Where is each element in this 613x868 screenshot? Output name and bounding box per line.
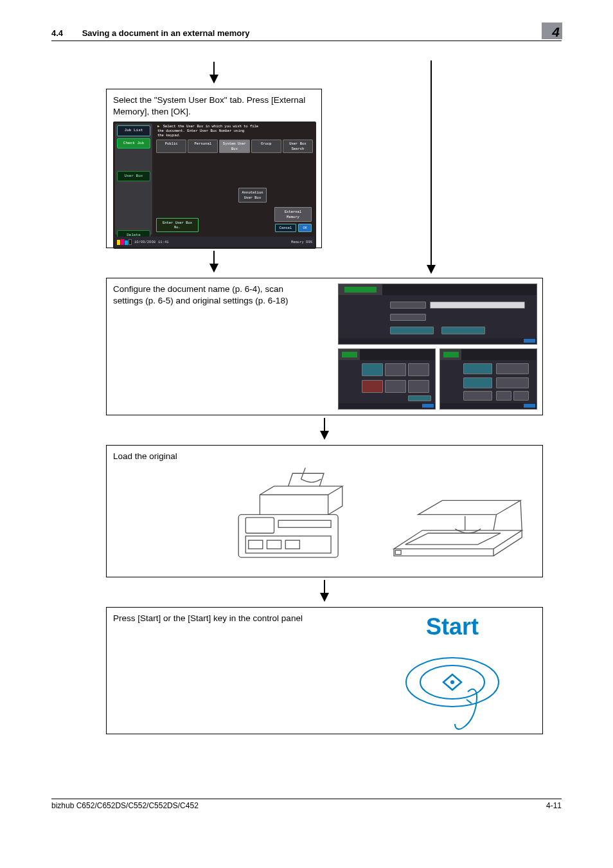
svg-line-22 <box>466 700 472 703</box>
section-title: Saving a document in an external memory <box>82 28 250 38</box>
status-time: 11:41 <box>158 240 169 244</box>
panel-status-bar: 10/09/2008 11:41 Memory 99% <box>115 237 314 247</box>
panel-tab-check-job[interactable]: Check Job <box>117 138 150 149</box>
panel-tab-row: Public Personal System User Box Group Us… <box>155 140 314 153</box>
status-memory: Memory 99% <box>291 240 312 244</box>
toner-levels-icon <box>117 239 132 245</box>
step-text: Select the "System User Box" tab. Press … <box>113 95 315 118</box>
page-footer: bizhub C652/C652DS/C552/C552DS/C452 4-11 <box>51 799 562 811</box>
svg-rect-9 <box>246 518 274 533</box>
step-text: Load the original <box>113 451 536 462</box>
start-diamond-icon <box>401 647 504 730</box>
step-load-original: Load the original <box>106 445 543 577</box>
workflow: Select the "System User Box" tab. Press … <box>106 59 543 734</box>
panel-thumb-original-settings <box>440 348 537 410</box>
panel-tab-search[interactable]: User Box Search <box>283 140 313 153</box>
svg-marker-7 <box>320 431 329 440</box>
panel-ok-button[interactable]: OK <box>298 224 312 232</box>
svg-rect-14 <box>286 540 300 548</box>
flow-arrow <box>106 248 322 278</box>
svg-marker-5 <box>209 264 218 273</box>
step-select-system-user-box: Select the "System User Box" tab. Press … <box>106 89 322 248</box>
page-header: 4.4 Saving a document in an external mem… <box>51 27 562 41</box>
svg-rect-12 <box>249 540 263 548</box>
svg-rect-10 <box>279 520 332 527</box>
arrow-down-icon <box>319 580 330 602</box>
panel-tab-group[interactable]: Group <box>251 140 281 153</box>
svg-marker-3 <box>209 75 218 84</box>
panel-thumb-docname <box>338 284 537 345</box>
chapter-badge: 4 <box>542 23 562 39</box>
panel-cancel-button[interactable]: Cancel <box>275 224 297 232</box>
step-press-start: Press [Start] or the [Start] key in the … <box>106 607 543 734</box>
flow-arrow <box>106 59 322 89</box>
step-configure-document: Configure the document name (p. 6-4), sc… <box>106 278 543 415</box>
step-text: Configure the document name (p. 6-4), sc… <box>113 284 306 307</box>
section-heading: 4.4 Saving a document in an external mem… <box>51 28 250 38</box>
panel-thumbnails <box>338 284 537 410</box>
panel-tab-personal[interactable]: Personal <box>188 140 218 153</box>
arrow-down-icon <box>208 251 220 273</box>
flow-arrow <box>106 415 543 445</box>
start-button-illustration: Start <box>388 611 517 730</box>
panel-tab-system[interactable]: System User Box <box>219 140 249 153</box>
arrow-down-icon <box>319 418 330 440</box>
section-number: 4.4 <box>51 28 63 38</box>
arrow-down-icon <box>208 62 220 84</box>
mfp-with-adf-illustration <box>209 465 368 572</box>
flow-arrow <box>106 577 543 607</box>
flatbed-scanner-illustration <box>379 465 537 572</box>
panel-btn-user-box[interactable]: User Box <box>117 171 150 181</box>
panel-chip-annotation[interactable]: Annotation User Box <box>238 188 267 203</box>
panel-instruction-l3: the keypad. <box>157 133 181 138</box>
scanner-illustrations <box>209 465 537 572</box>
status-date: 10/09/2008 <box>134 240 155 244</box>
start-label: Start <box>388 611 517 643</box>
svg-rect-11 <box>246 536 332 554</box>
svg-rect-15 <box>396 550 402 555</box>
panel-ok-cancel: Cancel OK <box>275 224 312 232</box>
panel-main: Select the User Box in which you wish to… <box>155 123 314 235</box>
panel-chip-enter-box-no[interactable]: Enter User Box No. <box>156 218 199 233</box>
svg-marker-17 <box>320 593 329 602</box>
panel-tab-job-list[interactable]: Job List <box>117 125 150 136</box>
panel-sidebar: Job List Check Job User Box Delete <box>115 123 152 235</box>
svg-rect-13 <box>267 540 281 548</box>
panel-tab-public[interactable]: Public <box>156 140 186 153</box>
svg-point-21 <box>450 680 454 684</box>
panel-instruction: Select the User Box in which you wish to… <box>155 123 314 140</box>
panel-chip-external-memory[interactable]: External Memory <box>274 207 312 222</box>
panel-thumb-scan-settings <box>338 348 436 410</box>
device-panel-screenshot: Job List Check Job User Box Delete Selec… <box>113 122 316 249</box>
page-number: 4-11 <box>546 801 562 810</box>
product-line: bizhub C652/C652DS/C552/C552DS/C452 <box>51 801 199 810</box>
